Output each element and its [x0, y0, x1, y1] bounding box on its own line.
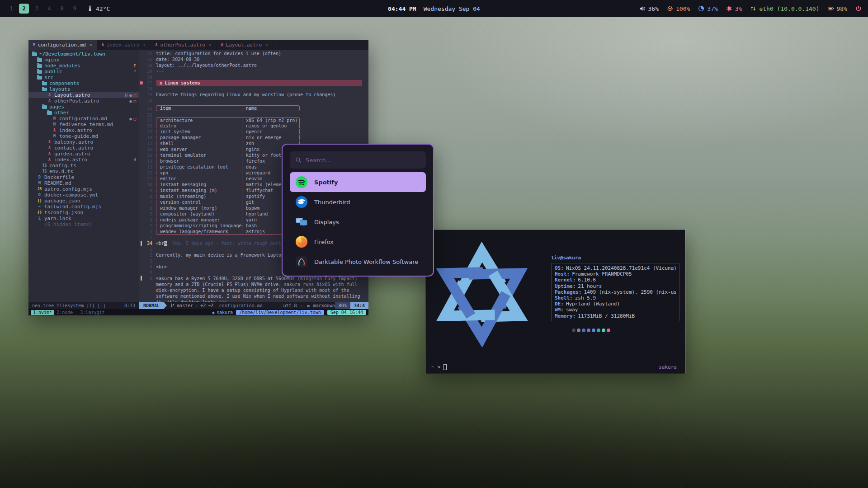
overflow-indicator: @@@ [218, 300, 226, 302]
tree-item-(6 hidden items)[interactable]: (6 hidden items) [28, 221, 139, 227]
tab-Layout.astro[interactable]: ALayout.astro× [217, 40, 273, 50]
tree-item-index.astro[interactable]: Aindex.astro [28, 127, 139, 133]
launcher-search-box[interactable] [290, 151, 426, 169]
tree-item-contact.astro[interactable]: Acontact.astro [28, 145, 139, 151]
tab-index.astro[interactable]: Aindex.astro× [97, 40, 151, 50]
line-text: sakura has a Ryzen 5 7640U, 32GB of DDR5… [156, 276, 363, 302]
gear-icon [667, 5, 673, 12]
tree-item-label: index.astro [54, 157, 87, 163]
search-input[interactable] [306, 157, 420, 164]
workspace-button-4[interactable]: 4 [44, 4, 54, 14]
md-file-icon: M [51, 117, 58, 121]
folder-icon [36, 64, 43, 68]
temperature-module[interactable]: 42°C [87, 5, 110, 12]
tmux-window-1:nvim*[interactable]: 1:nvim* [31, 310, 54, 315]
close-icon: × [209, 42, 212, 47]
module-disk-value: 37% [707, 5, 717, 12]
tree-item-Layout.astro[interactable]: ALayout.astroH●□ [28, 92, 139, 98]
module-volume-value: 36% [648, 5, 659, 12]
line-number: 1 [143, 235, 156, 240]
tab-configuration.md[interactable]: Mconfiguration.md× [28, 40, 97, 50]
editor-statusline: neo-tree filesystem [1] [-] 8:13 NORMAL … [28, 302, 368, 309]
fetch-row-Shell: Shell:zsh 5.9 [555, 295, 676, 301]
tree-item-label: contact.astro [54, 145, 93, 151]
tree-item-docker-compose.yml[interactable]: Ddocker-compose.yml [28, 192, 139, 198]
line-number: 3 [143, 258, 156, 263]
tree-item-nginx[interactable]: nginx [28, 57, 139, 63]
module-battery[interactable]: 98% [828, 5, 847, 12]
module-brightness[interactable]: 100% [667, 5, 690, 12]
launcher-item-Firefox[interactable]: Firefox [290, 232, 426, 252]
fetch-label: Memory: [555, 313, 576, 319]
workspace-button-9[interactable]: 9 [70, 4, 80, 14]
terminal-color-palette [572, 328, 679, 332]
editor-line: 20distronixos or gentoo [139, 123, 368, 129]
tree-item-tone-guide.md[interactable]: Mtone-guide.md [28, 133, 139, 139]
module-network[interactable]: eth0 (10.0.0.140) [750, 5, 819, 12]
tree-item-Dockerfile[interactable]: DDockerfile [28, 174, 139, 180]
json-file-icon: {} [36, 199, 43, 203]
tree-item-pages[interactable]: pages [28, 104, 139, 110]
workspace-button-2[interactable]: 2 [19, 4, 29, 14]
line-text: browserfirefox [156, 159, 300, 164]
tree-item-label: tone-guide.md [59, 133, 98, 139]
table-row: browserfirefox [156, 159, 300, 164]
module-volume[interactable]: 36% [639, 5, 659, 12]
tree-item-astro.config.mjs[interactable]: JSastro.config.mjs [28, 186, 139, 192]
tab-otherPost.astro[interactable]: AotherPost.astro× [151, 40, 217, 50]
tree-item-balcony.astro[interactable]: Abalcony.astro [28, 139, 139, 145]
fetch-label: Uptime: [555, 283, 576, 289]
tree-item-config.ts[interactable]: TSconfig.ts [28, 163, 139, 169]
statusline-right: utf-8 ‹ ≡ markdown [283, 302, 335, 309]
tree-item-node_modules[interactable]: node_modulesE [28, 63, 139, 69]
tree-item-garden.astro[interactable]: Agarden.astro [28, 151, 139, 157]
tree-item-fediverse-terms.md[interactable]: Mfediverse-terms.md [28, 122, 139, 127]
tree-item-index.astro[interactable]: Aindex.astroH [28, 157, 139, 163]
line-number: 4 [143, 217, 156, 222]
color-dot [582, 328, 585, 332]
color-dot [592, 328, 595, 332]
tree-item-layouts[interactable]: layouts [28, 86, 139, 92]
tree-item-~/Development/liv.town[interactable]: ~/Development/liv.town [28, 51, 139, 57]
line-number: 22 [143, 113, 156, 117]
module-cpu[interactable]: 3% [726, 5, 742, 12]
tree-item-public[interactable]: public? [28, 69, 139, 75]
tree-item-package.json[interactable]: {}package.json [28, 198, 139, 204]
line-number: 16 [143, 147, 156, 152]
launcher-item-Displays[interactable]: Displays [290, 212, 426, 232]
js-file-icon: JS [36, 187, 43, 191]
table-cell-name: openrc [242, 129, 299, 134]
neotree-status-position: 8:13 [124, 303, 135, 308]
tmux-window-3:lazygit[interactable]: 3:lazygit [78, 310, 107, 315]
tree-item-tsconfig.json[interactable]: {}tsconfig.json [28, 210, 139, 216]
tree-item-yarn.lock[interactable]: Lyarn.lock [28, 216, 139, 221]
line-text: itemname [156, 105, 300, 111]
fetch-row-Memory: Memory:11731MiB / 31280MiB [555, 313, 676, 319]
launcher-item-Darktable Photo Workflow Software[interactable]: Darktable Photo Workflow Software [290, 252, 426, 272]
tree-item-configuration.md[interactable]: Mconfiguration.md●□ [28, 116, 139, 122]
launcher-item-Spotify[interactable]: Spotify [290, 172, 426, 192]
launcher-item-Thunderbird[interactable]: Thunderbird [290, 192, 426, 212]
module-power[interactable] [855, 5, 862, 12]
tree-item-src[interactable]: src [28, 75, 139, 80]
workspace-button-3[interactable]: 3 [32, 4, 42, 14]
tree-item-components[interactable]: components [28, 80, 139, 86]
astro-file-icon: A [46, 93, 53, 97]
workspace-button-1[interactable]: 1 [6, 4, 16, 14]
launcher-item-label: Displays [314, 219, 339, 225]
tree-item-other[interactable]: other [28, 110, 139, 116]
launcher-item-label: Darktable Photo Workflow Software [314, 258, 418, 265]
line-text: Favorite things regarding Linux and my w… [156, 92, 335, 97]
module-disk[interactable]: 37% [698, 5, 717, 12]
table-row: instant messagingmatrix (element) [156, 182, 300, 187]
tree-item-otherPost.astro[interactable]: AotherPost.astro●□ [28, 98, 139, 104]
shell-prompt[interactable]: ~ > [431, 364, 447, 370]
tree-item-tailwind.config.mjs[interactable]: ~tailwind.config.mjs [28, 204, 139, 210]
tree-item-README.md[interactable]: MREADME.md [28, 180, 139, 186]
tree-item-env.d.ts[interactable]: TSenv.d.ts [28, 169, 139, 174]
badge: □ [134, 93, 136, 98]
launcher-item-label: Thunderbird [314, 199, 350, 206]
workspace-button-8[interactable]: 8 [57, 4, 67, 14]
folder-icon [36, 70, 43, 74]
tmux-window-2:node-[interactable]: 2:node- [54, 310, 78, 315]
